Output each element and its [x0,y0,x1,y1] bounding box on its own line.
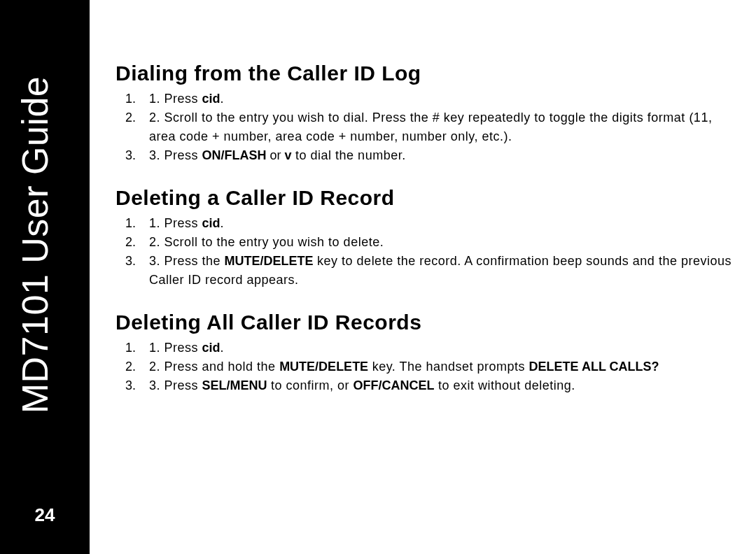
list-item: 1. Press cid. [139,90,732,108]
content-area: Dialing from the Caller ID Log 1. Press … [115,62,732,416]
bold-text: MUTE/DELETE [225,254,314,268]
text: 2. Scroll to the entry you wish to dial.… [149,111,712,143]
section-dialing: Dialing from the Caller ID Log 1. Press … [115,62,732,165]
list-item: 2. Scroll to the entry you wish to delet… [139,233,732,252]
list-delete-all: 1. Press cid. 2. Press and hold the MUTE… [115,339,732,395]
sidebar: MD7101 User Guide 24 [0,0,90,554]
text: 1. Press [149,341,202,355]
list-item: 3. Press SEL/MENU to confirm, or OFF/CAN… [139,376,732,395]
text: . [220,341,224,355]
list-item: 2. Press and hold the MUTE/DELETE key. T… [139,357,732,376]
text: key. The handset prompts [368,360,528,374]
heading-delete-one: Deleting a Caller ID Record [115,186,732,210]
text: 3. Press the [149,254,225,268]
bold-text: cid [202,341,220,355]
heading-delete-all: Deleting All Caller ID Records [115,311,732,334]
text: . [220,92,224,106]
section-delete-one: Deleting a Caller ID Record 1. Press cid… [115,186,732,290]
text: 3. Press [149,148,202,162]
text: 1. Press [149,92,202,106]
text: to exit without deleting. [435,378,575,392]
list-item: 2. Scroll to the entry you wish to dial.… [139,108,732,146]
list-item: 3. Press the MUTE/DELETE key to delete t… [139,252,732,290]
list-delete-one: 1. Press cid. 2. Scroll to the entry you… [115,214,732,290]
text: or [267,148,285,162]
text: . [220,216,224,230]
section-delete-all: Deleting All Caller ID Records 1. Press … [115,311,732,395]
bold-text: SEL/MENU [202,378,267,392]
document-title: MD7101 User Guide [14,35,56,455]
text: 3. Press [149,378,202,392]
text: to dial the number. [292,148,406,162]
list-dialing: 1. Press cid. 2. Scroll to the entry you… [115,90,732,165]
bold-text: v [285,148,292,162]
heading-dialing: Dialing from the Caller ID Log [115,62,732,85]
page-number: 24 [0,504,90,526]
bold-text: ON/FLASH [202,148,267,162]
list-item: 1. Press cid. [139,339,732,357]
text: 1. Press [149,216,202,230]
bold-text: cid [202,92,220,106]
bold-text: OFF/CANCEL [354,378,435,392]
bold-text: MUTE/DELETE [279,360,368,374]
bold-text: cid [202,216,220,230]
bold-text: DELETE ALL CALLS? [529,360,659,374]
text: 2. Press and hold the [149,360,279,374]
text: 2. Scroll to the entry you wish to delet… [149,235,384,249]
text: to confirm, or [267,378,354,392]
list-item: 3. Press ON/FLASH or v to dial the numbe… [139,146,732,165]
list-item: 1. Press cid. [139,214,732,233]
